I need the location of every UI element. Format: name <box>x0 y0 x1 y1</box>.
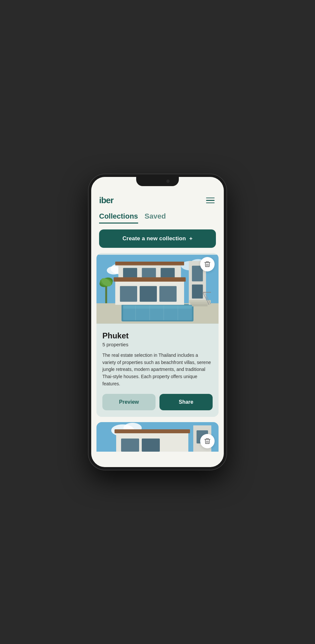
share-button-1[interactable]: Share <box>159 394 213 410</box>
svg-rect-17 <box>123 306 192 309</box>
collection-card-1: Phuket 5 properties The real estate sele… <box>96 253 219 417</box>
svg-rect-24 <box>142 268 156 278</box>
collection-description-1: The real estate selection in Thailand in… <box>102 352 213 387</box>
delete-collection-1-button[interactable] <box>200 257 215 271</box>
create-collection-label: Create a new collection <box>122 235 186 242</box>
phone-notch <box>136 177 179 186</box>
collection-actions-1: Preview Share <box>102 394 213 410</box>
collection-title-1: Phuket <box>102 331 213 340</box>
property-image-2 <box>96 422 219 452</box>
app-logo: iber <box>99 195 114 205</box>
plus-icon: + <box>189 235 193 242</box>
collection-image-wrap <box>96 253 219 325</box>
svg-rect-25 <box>161 268 175 278</box>
svg-rect-41 <box>202 292 211 293</box>
preview-button-1[interactable]: Preview <box>102 394 156 410</box>
header: iber <box>91 190 224 209</box>
svg-rect-38 <box>192 304 208 307</box>
svg-rect-35 <box>192 285 203 299</box>
svg-rect-48 <box>121 439 139 452</box>
trash-icon-2 <box>204 438 211 445</box>
svg-rect-20 <box>140 286 157 302</box>
tab-bar: Collections Saved <box>91 209 224 224</box>
svg-rect-23 <box>123 268 137 278</box>
svg-rect-30 <box>115 262 184 265</box>
collection-card-2 <box>96 422 219 452</box>
svg-rect-49 <box>142 439 160 452</box>
collection-subtitle-1: 5 properties <box>102 342 213 347</box>
collection-card-body-1: Phuket 5 properties The real estate sele… <box>96 325 219 417</box>
menu-button[interactable] <box>205 196 216 205</box>
tab-collections[interactable]: Collections <box>99 212 138 224</box>
svg-rect-21 <box>159 286 177 302</box>
create-collection-button[interactable]: Create a new collection + <box>99 229 216 248</box>
collection-image-wrap-2 <box>96 422 219 452</box>
phone-screen[interactable]: iber Collections Saved Create a new coll… <box>91 177 224 467</box>
tab-saved[interactable]: Saved <box>145 212 166 224</box>
svg-rect-19 <box>120 286 137 302</box>
svg-rect-50 <box>115 429 190 433</box>
trash-icon <box>204 261 211 268</box>
phone-frame: iber Collections Saved Create a new coll… <box>89 174 226 470</box>
